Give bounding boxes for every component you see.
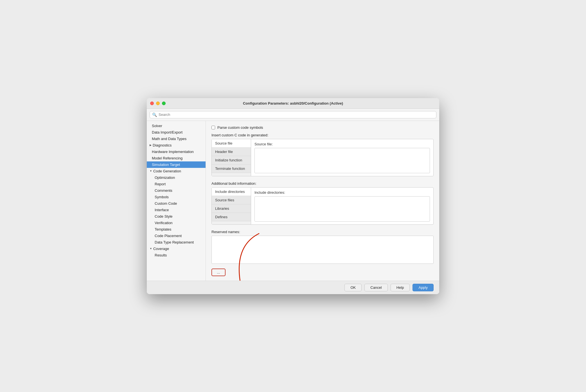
- insert-custom-title: Insert custom C code in generated:: [211, 133, 434, 137]
- right-panel: Parse custom code symbols Insert custom …: [206, 121, 439, 281]
- insert-custom-tab-content: Source file:: [251, 139, 433, 176]
- sidebar-item-code-generation[interactable]: ▼ Code Generation: [147, 168, 206, 174]
- tab-source-file[interactable]: Source file: [212, 139, 251, 148]
- sidebar-item-report[interactable]: Report: [147, 181, 206, 187]
- additional-build-section: Additional build information: Include di…: [211, 181, 434, 225]
- tab-source-files[interactable]: Source files: [212, 196, 251, 204]
- tab-initialize-function[interactable]: Initialize function: [212, 156, 251, 165]
- config-window: Configuration Parameters: asbhl20/Config…: [147, 98, 439, 294]
- reserved-names-label: Reserved names:: [211, 230, 434, 234]
- tab-include-directories[interactable]: Include directories: [212, 188, 251, 196]
- sidebar: Solver Data Import/Export Math and Data …: [147, 121, 206, 281]
- search-bar: 🔍: [147, 109, 439, 121]
- additional-build-title: Additional build information:: [211, 181, 434, 186]
- titlebar: Configuration Parameters: asbhl20/Config…: [147, 98, 439, 109]
- additional-build-tabs-content: Include directories Source files Librari…: [211, 187, 434, 225]
- active-tab-label-insert: Source file:: [254, 142, 430, 146]
- sidebar-item-comments[interactable]: Comments: [147, 187, 206, 194]
- sidebar-item-coverage[interactable]: ▼ Coverage: [147, 245, 206, 252]
- additional-build-tab-list: Include directories Source files Librari…: [212, 188, 251, 224]
- cancel-button[interactable]: Cancel: [364, 284, 387, 291]
- sidebar-item-math-data-types[interactable]: Math and Data Types: [147, 136, 206, 142]
- sidebar-item-code-style[interactable]: Code Style: [147, 213, 206, 220]
- footer: OK Cancel Help Apply: [147, 281, 439, 294]
- main-content: Solver Data Import/Export Math and Data …: [147, 121, 439, 281]
- sidebar-item-data-import-export[interactable]: Data Import/Export: [147, 129, 206, 136]
- additional-build-tab-content: Include directories:: [251, 188, 433, 224]
- sidebar-item-hardware-implementation[interactable]: Hardware Implementation: [147, 148, 206, 155]
- insert-custom-textarea[interactable]: [254, 148, 430, 173]
- triangle-icon: ▶: [150, 144, 152, 147]
- sidebar-item-model-referencing[interactable]: Model Referencing: [147, 155, 206, 161]
- insert-custom-tab-list: Source file Header file Initialize funct…: [212, 139, 251, 176]
- tab-libraries[interactable]: Libraries: [212, 204, 251, 213]
- tab-header-file[interactable]: Header file: [212, 148, 251, 156]
- ellipsis-button-wrap: ...: [211, 269, 434, 276]
- sidebar-item-simulation-target[interactable]: Simulation Target: [147, 161, 206, 168]
- triangle-coverage-icon: ▼: [150, 247, 152, 250]
- triangle-expanded-icon: ▼: [150, 170, 152, 172]
- active-tab-label-build: Include directories:: [254, 190, 430, 195]
- parse-checkbox[interactable]: [211, 126, 215, 129]
- sidebar-item-solver[interactable]: Solver: [147, 123, 206, 129]
- insert-custom-section: Insert custom C code in generated: Sourc…: [211, 133, 434, 176]
- parse-checkbox-row: Parse custom code symbols: [211, 125, 434, 130]
- sidebar-group-coverage-label: Coverage: [153, 247, 169, 251]
- additional-build-textarea[interactable]: [254, 196, 430, 222]
- sidebar-item-custom-code[interactable]: Custom Code: [147, 200, 206, 207]
- sidebar-item-templates[interactable]: Templates: [147, 226, 206, 233]
- sidebar-item-diagnostics[interactable]: ▶ Diagnostics: [147, 142, 206, 148]
- help-button[interactable]: Help: [391, 284, 410, 291]
- minimize-button[interactable]: [156, 102, 160, 105]
- sidebar-group-code-gen-label: Code Generation: [153, 169, 181, 173]
- tab-defines[interactable]: Defines: [212, 213, 251, 221]
- sidebar-item-data-type-replacement[interactable]: Data Type Replacement: [147, 239, 206, 245]
- search-icon: 🔍: [152, 112, 157, 117]
- ellipsis-button[interactable]: ...: [211, 269, 226, 276]
- sidebar-item-code-placement[interactable]: Code Placement: [147, 233, 206, 239]
- sidebar-item-symbols[interactable]: Symbols: [147, 194, 206, 200]
- sidebar-item-optimization[interactable]: Optimization: [147, 174, 206, 181]
- tab-terminate-function[interactable]: Terminate function: [212, 165, 251, 173]
- reserved-names-section: Reserved names:: [211, 230, 434, 265]
- traffic-lights: [150, 102, 166, 105]
- parse-checkbox-label: Parse custom code symbols: [217, 125, 263, 130]
- search-input-wrap: 🔍: [150, 111, 436, 118]
- maximize-button[interactable]: [162, 102, 166, 105]
- reserved-names-textarea[interactable]: [211, 236, 434, 264]
- insert-custom-tabs-content: Source file Header file Initialize funct…: [211, 139, 434, 176]
- close-button[interactable]: [150, 102, 154, 105]
- sidebar-item-verification[interactable]: Verification: [147, 220, 206, 226]
- apply-button[interactable]: Apply: [413, 284, 434, 291]
- sidebar-item-results[interactable]: Results: [147, 252, 206, 258]
- sidebar-item-interface[interactable]: Interface: [147, 207, 206, 213]
- sidebar-group-label: Diagnostics: [153, 143, 172, 147]
- window-title: Configuration Parameters: asbhl20/Config…: [243, 101, 343, 105]
- ok-button[interactable]: OK: [344, 284, 362, 291]
- search-input[interactable]: [159, 112, 434, 117]
